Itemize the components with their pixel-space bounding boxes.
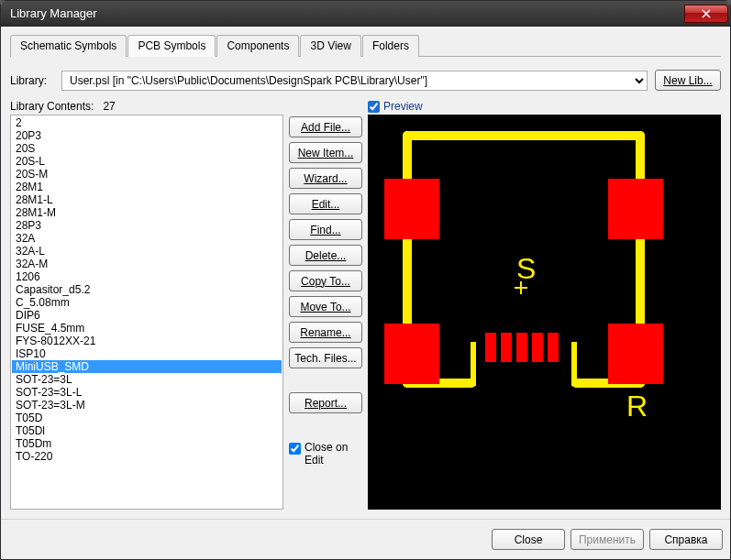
- library-contents-count: 27: [103, 100, 115, 113]
- help-button[interactable]: Справка: [649, 529, 723, 550]
- list-item[interactable]: 20S-L: [12, 155, 282, 168]
- preview-checkbox[interactable]: [368, 101, 380, 113]
- list-item[interactable]: Capasitor_d5.2: [12, 283, 282, 296]
- list-item[interactable]: 32A-L: [12, 245, 282, 258]
- tab-components[interactable]: Components: [216, 35, 299, 57]
- list-item[interactable]: ISP10: [12, 347, 282, 360]
- list-item[interactable]: TO-220: [12, 450, 282, 463]
- tab-strip: Schematic Symbols PCB Symbols Components…: [10, 34, 721, 57]
- list-item[interactable]: SOT-23=3L: [12, 373, 282, 386]
- list-item[interactable]: 28M1-L: [12, 193, 282, 206]
- apply-button[interactable]: Применить: [570, 529, 644, 550]
- tab-pcb-symbols[interactable]: PCB Symbols: [127, 35, 216, 57]
- find-button[interactable]: Find...: [289, 219, 362, 240]
- close-button[interactable]: Close: [492, 529, 565, 550]
- edit-button[interactable]: Edit...: [289, 193, 362, 214]
- tab-folders[interactable]: Folders: [362, 35, 419, 57]
- symbol-r-label: R: [626, 390, 648, 423]
- list-item[interactable]: 2: [12, 116, 282, 129]
- symbol-list[interactable]: 220P320S20S-L20S-M28M128M1-L28M1-M28P332…: [10, 115, 283, 510]
- new-lib-button[interactable]: New Lib...: [655, 70, 721, 91]
- list-item[interactable]: SOT-23=3L-L: [12, 386, 282, 399]
- list-item[interactable]: T05Dm: [12, 437, 282, 450]
- library-contents-label: Library Contents:: [10, 100, 94, 113]
- dialog-footer: Close Применить Справка: [1, 519, 730, 559]
- tech-files-button[interactable]: Tech. Files...: [289, 347, 362, 368]
- list-item[interactable]: FUSE_4.5mm: [12, 322, 282, 335]
- add-file-button[interactable]: Add File...: [289, 116, 362, 137]
- window-close-button[interactable]: [684, 5, 728, 23]
- report-button[interactable]: Report...: [289, 392, 362, 413]
- titlebar: Library Manager: [1, 1, 730, 27]
- library-select[interactable]: User.psl [in "C:\Users\Public\Documents\…: [61, 71, 648, 91]
- list-item[interactable]: 20P3: [12, 129, 282, 142]
- list-item[interactable]: 20S-M: [12, 168, 282, 181]
- list-item[interactable]: 20S: [12, 142, 282, 155]
- close-on-edit-label: Close on Edit: [305, 441, 362, 467]
- tab-3d-view[interactable]: 3D View: [300, 35, 360, 57]
- list-item[interactable]: FYS-8012XX-21: [12, 335, 282, 347]
- preview-canvas: S R: [368, 115, 721, 510]
- tab-schematic-symbols[interactable]: Schematic Symbols: [10, 35, 127, 57]
- list-item[interactable]: T05Dl: [12, 424, 282, 437]
- library-manager-window: Library Manager Schematic Symbols PCB Sy…: [0, 0, 731, 560]
- list-item[interactable]: SOT-23=3L-M: [12, 399, 282, 412]
- pcb-footprint: S R: [368, 115, 721, 510]
- library-label: Library:: [10, 74, 54, 87]
- rename-button[interactable]: Rename...: [289, 322, 362, 343]
- list-item[interactable]: 28P3: [12, 219, 282, 232]
- delete-button[interactable]: Delete...: [289, 245, 362, 266]
- wizard-button[interactable]: Wizard...: [289, 168, 362, 189]
- new-item-button[interactable]: New Item...: [289, 142, 362, 163]
- preview-label: Preview: [383, 100, 423, 113]
- list-item[interactable]: T05D: [12, 412, 282, 424]
- list-item[interactable]: MiniUSB_SMD: [12, 360, 282, 373]
- list-item[interactable]: 1206: [12, 270, 282, 283]
- list-item[interactable]: C_5.08mm: [12, 296, 282, 309]
- window-title: Library Manager: [10, 6, 684, 20]
- close-on-edit-checkbox[interactable]: [289, 443, 301, 455]
- list-item[interactable]: 28M1: [12, 181, 282, 193]
- close-icon: [702, 9, 711, 18]
- list-item[interactable]: 32A: [12, 232, 282, 245]
- list-item[interactable]: 28M1-M: [12, 206, 282, 219]
- list-item[interactable]: 32A-M: [12, 258, 282, 270]
- move-to-button[interactable]: Move To...: [289, 296, 362, 317]
- list-item[interactable]: DIP6: [12, 309, 282, 322]
- copy-to-button[interactable]: Copy To...: [289, 270, 362, 291]
